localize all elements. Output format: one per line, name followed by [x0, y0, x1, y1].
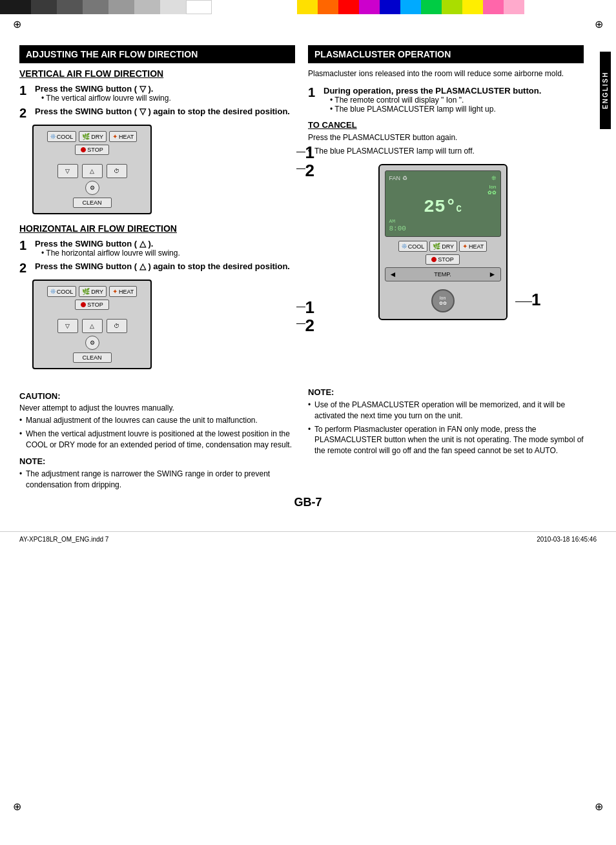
to-cancel-title: TO CANCEL	[308, 120, 584, 130]
plasma-temp-down: ◄	[389, 270, 397, 279]
heat-btn-1: ✦ HEAT	[109, 131, 137, 142]
caution-bullet-2: When the vertical adjustment louvre is p…	[19, 429, 295, 451]
plasma-stop-btn: STOP	[426, 254, 459, 265]
cool-btn-1: ❊ COOL	[47, 131, 77, 142]
plasma-ion-button[interactable]: Ion✿✿	[431, 289, 455, 312]
left-note-bullet-1: The adjustment range is narrower the SWI…	[19, 469, 295, 491]
clean-btn-2: CLEAN	[73, 352, 112, 363]
step-line-4	[296, 323, 305, 324]
clean-btn-1: CLEAN	[73, 198, 112, 208]
right-note-section: NOTE: Use of the PLASMACLUSTER operation…	[308, 387, 584, 456]
right-note-bullet-2: To perform Plasmacluster operation in FA…	[308, 424, 584, 456]
swing-down-btn-2: ▽	[57, 319, 78, 333]
left-note-bullets: The adjustment range is narrower the SWI…	[19, 469, 295, 491]
step-line-2	[296, 168, 305, 169]
stop-btn-1: STOP	[75, 145, 108, 155]
caution-bullets: Manual adjustment of the louvres can cau…	[19, 415, 295, 450]
plasma-header: PLASMACLUSTER OPERATION	[308, 45, 584, 63]
bottom-left: CAUTION: Never attempt to adjust the lou…	[19, 381, 295, 493]
reg-mark-br: ⊕	[595, 800, 603, 813]
footer-right: 2010-03-18 16:45:46	[537, 536, 597, 543]
plasma-temp-display: 25°C	[389, 197, 497, 217]
heat-btn-2: ✦ HEAT	[109, 286, 137, 297]
cool-btn-2: ❊ COOL	[47, 286, 77, 297]
reg-mark-tr: ⊕	[595, 18, 603, 30]
plasma-cool-btn: ❊COOL	[398, 241, 428, 252]
right-note-bullet-1: Use of the PLASMACLUSTER operation will …	[308, 400, 584, 422]
plasma-heat-btn: ✦HEAT	[459, 241, 487, 252]
swing-up-btn-2: △	[82, 319, 103, 333]
swing-up-btn-1: △	[82, 164, 103, 178]
page-number: GB-7	[19, 493, 597, 512]
dry-btn-2: 🌿 DRY	[79, 286, 107, 297]
color-bar	[0, 0, 616, 14]
left-note-section: NOTE: The adjustment range is narrower t…	[19, 456, 295, 491]
settings-btn-2: ⚙	[85, 336, 99, 350]
stop-btn-2: STOP	[75, 300, 108, 310]
step-line-3	[296, 307, 305, 307]
caution-bullet-1: Manual adjustment of the louvres can cau…	[19, 415, 295, 426]
remote-diagram-2: ❊ COOL 🌿 DRY ✦ HEAT	[32, 280, 295, 369]
ion-indicator: Ion✿✿	[389, 184, 497, 196]
settings-btn-1: ⚙	[85, 181, 99, 195]
timer-btn-2: ⏱	[107, 319, 127, 333]
horizontal-step1: 1 Press the SWING button ( △ ). • The ho…	[19, 239, 295, 258]
plasma-step1: 1 During operation, press the PLASMACLUS…	[308, 86, 584, 114]
footer-left: AY-XPC18LR_OM_ENG.indd 7	[19, 536, 108, 543]
page-footer: AY-XPC18LR_OM_ENG.indd 7 2010-03-18 16:4…	[0, 531, 616, 547]
cancel-bullets: The blue PLASMACLUSTER lamp will turn of…	[308, 146, 584, 157]
bottom-section: CAUTION: Never attempt to adjust the lou…	[19, 381, 597, 493]
remote-diagram-1: ❊ COOL 🌿 DRY ✦ HEAT	[32, 125, 295, 214]
plasma-intro: Plasmacluster ions released into the roo…	[308, 68, 584, 79]
adjusting-header: ADJUSTING THE AIR FLOW DIRECTION	[19, 45, 295, 63]
english-sidebar: ENGLISH	[600, 52, 611, 129]
step-line-1	[296, 152, 305, 152]
vertical-title: VERTICAL AIR FLOW DIRECTION	[19, 68, 295, 79]
right-note-bullets: Use of the PLASMACLUSTER operation will …	[308, 400, 584, 456]
vertical-step1: 1 Press the SWING button ( ▽ ). • The ve…	[19, 84, 295, 103]
plasma-time-display: AM 8:00	[389, 217, 497, 232]
horizontal-step2: 2 Press the SWING button ( △ ) again to …	[19, 261, 295, 274]
caution-section: CAUTION: Never attempt to adjust the lou…	[19, 391, 295, 450]
plasma-temp-up: ►	[489, 270, 497, 279]
plasma-step-line	[515, 301, 532, 302]
plasma-step-num: 1	[531, 290, 540, 310]
reg-mark-bl: ⊕	[13, 800, 21, 813]
horizontal-title: HORIZONTAL AIR FLOW DIRECTION	[19, 223, 295, 234]
timer-btn-1: ⏱	[107, 164, 127, 178]
cancel-bullet-1: The blue PLASMACLUSTER lamp will turn of…	[308, 146, 584, 157]
bottom-right: NOTE: Use of the PLASMACLUSTER operation…	[308, 381, 597, 493]
plasma-dry-btn: 🌿DRY	[429, 241, 457, 252]
right-column: PLASMACLUSTER OPERATION Plasmacluster io…	[308, 45, 597, 374]
cancel-text: Press the PLASMACLUSTER button again.	[308, 132, 584, 143]
reg-mark-tl: ⊕	[13, 18, 21, 30]
dry-btn-1: 🌿 DRY	[79, 131, 107, 142]
vertical-step2: 2 Press the SWING button ( ▽ ) again to …	[19, 107, 295, 119]
plasma-remote-diagram: FAN ♻ ❊ Ion✿✿ 25°C AM 8:00	[378, 164, 514, 320]
swing-down-btn-1: ▽	[57, 164, 78, 178]
left-column: ADJUSTING THE AIR FLOW DIRECTION VERTICA…	[19, 45, 295, 374]
